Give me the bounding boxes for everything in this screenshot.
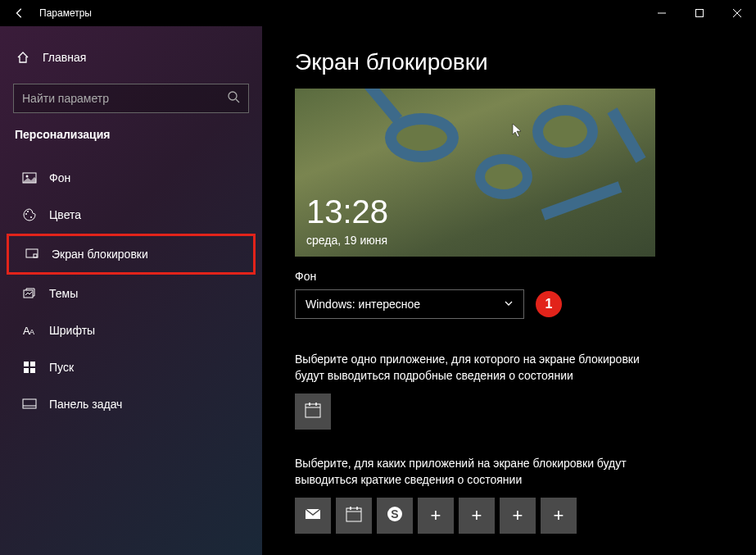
calendar-icon bbox=[304, 401, 322, 422]
quick-app-tile-skype[interactable]: S bbox=[377, 498, 413, 534]
page-title: Экран блокировки bbox=[295, 49, 723, 75]
svg-point-2 bbox=[229, 92, 237, 100]
plus-icon: + bbox=[513, 505, 523, 526]
dropdown-value: Windows: интересное bbox=[306, 298, 420, 311]
search-box[interactable] bbox=[13, 84, 249, 113]
sidebar-item-label: Панель задач bbox=[49, 398, 122, 411]
svg-rect-20 bbox=[306, 404, 320, 417]
mail-icon bbox=[304, 505, 322, 526]
window-title: Параметры bbox=[39, 7, 92, 19]
close-button[interactable] bbox=[718, 0, 756, 26]
quick-app-tile-add-4[interactable]: + bbox=[541, 498, 577, 534]
svg-rect-1 bbox=[696, 10, 704, 17]
svg-point-8 bbox=[30, 216, 32, 218]
quick-app-tile-mail[interactable] bbox=[295, 498, 331, 534]
svg-rect-11 bbox=[24, 290, 33, 298]
svg-rect-10 bbox=[34, 254, 37, 257]
svg-rect-17 bbox=[30, 368, 35, 373]
search-icon bbox=[227, 90, 240, 107]
quick-app-tile-add-3[interactable]: + bbox=[500, 498, 536, 534]
themes-icon bbox=[21, 286, 38, 301]
quick-app-tile-add-2[interactable]: + bbox=[459, 498, 495, 534]
sidebar-item-colors[interactable]: Цвета bbox=[7, 197, 256, 233]
background-label: Фон bbox=[295, 270, 723, 283]
sidebar-item-label: Темы bbox=[49, 287, 78, 300]
plus-icon: + bbox=[431, 505, 441, 526]
skype-icon: S bbox=[386, 505, 404, 526]
annotation-badge-1: 1 bbox=[536, 291, 562, 317]
svg-rect-31 bbox=[346, 508, 361, 521]
sidebar-item-label: Экран блокировки bbox=[52, 248, 148, 261]
palette-icon bbox=[21, 207, 38, 222]
sidebar: Главная Персонализация Фон Цвета bbox=[0, 26, 262, 555]
sidebar-item-label: Пуск bbox=[49, 361, 74, 374]
sidebar-item-label: Фон bbox=[49, 171, 70, 184]
quick-app-tile-calendar[interactable] bbox=[336, 498, 372, 534]
background-dropdown[interactable]: Windows: интересное bbox=[295, 289, 524, 319]
lockscreen-icon bbox=[24, 247, 40, 262]
quick-app-tile-add-1[interactable]: + bbox=[418, 498, 454, 534]
svg-point-5 bbox=[26, 175, 29, 178]
preview-time: 13:28 bbox=[306, 193, 388, 230]
main-content: Экран блокировки 13:28 среда, 19 июня Фо… bbox=[262, 26, 756, 555]
maximize-button[interactable] bbox=[681, 0, 718, 26]
sidebar-item-background[interactable]: Фон bbox=[7, 160, 256, 196]
home-link[interactable]: Главная bbox=[0, 43, 262, 72]
svg-rect-15 bbox=[30, 362, 35, 366]
svg-text:A: A bbox=[29, 328, 34, 336]
svg-point-7 bbox=[27, 211, 29, 212]
cursor-icon bbox=[512, 123, 523, 141]
chevron-down-icon bbox=[504, 298, 514, 311]
plus-icon: + bbox=[472, 505, 482, 526]
minimize-button[interactable] bbox=[643, 0, 681, 26]
start-icon bbox=[21, 360, 38, 375]
svg-rect-9 bbox=[26, 249, 38, 257]
svg-rect-16 bbox=[24, 368, 29, 373]
home-icon bbox=[15, 51, 31, 64]
detailed-status-label: Выберите одно приложение, для которого н… bbox=[295, 352, 647, 384]
svg-point-6 bbox=[25, 213, 27, 215]
sidebar-item-start[interactable]: Пуск bbox=[7, 349, 256, 385]
window-controls bbox=[643, 0, 756, 26]
plus-icon: + bbox=[554, 505, 564, 526]
lockscreen-preview[interactable]: 13:28 среда, 19 июня bbox=[295, 89, 655, 257]
sidebar-item-taskbar[interactable]: Панель задач bbox=[7, 386, 256, 422]
sidebar-item-label: Цвета bbox=[49, 208, 81, 221]
calendar-icon bbox=[345, 505, 363, 526]
titlebar: Параметры bbox=[0, 0, 756, 26]
taskbar-icon bbox=[21, 397, 38, 412]
home-label: Главная bbox=[43, 51, 86, 64]
back-button[interactable] bbox=[7, 0, 33, 26]
preview-date: среда, 19 июня bbox=[306, 234, 387, 247]
svg-rect-18 bbox=[23, 399, 36, 408]
sidebar-item-themes[interactable]: Темы bbox=[7, 275, 256, 312]
quick-status-label: Выберите, для каких приложений на экране… bbox=[295, 456, 647, 488]
picture-icon bbox=[21, 171, 38, 185]
fonts-icon: AA bbox=[21, 323, 38, 338]
sidebar-item-lockscreen[interactable]: Экран блокировки bbox=[7, 234, 256, 275]
detailed-app-tile-calendar[interactable] bbox=[295, 394, 331, 430]
search-input[interactable] bbox=[22, 92, 227, 105]
svg-rect-14 bbox=[24, 362, 29, 366]
sidebar-item-label: Шрифты bbox=[49, 324, 95, 337]
svg-line-3 bbox=[236, 99, 239, 102]
sidebar-item-fonts[interactable]: AA Шрифты bbox=[7, 312, 256, 348]
svg-text:S: S bbox=[391, 507, 398, 521]
category-title: Персонализация bbox=[0, 128, 262, 148]
